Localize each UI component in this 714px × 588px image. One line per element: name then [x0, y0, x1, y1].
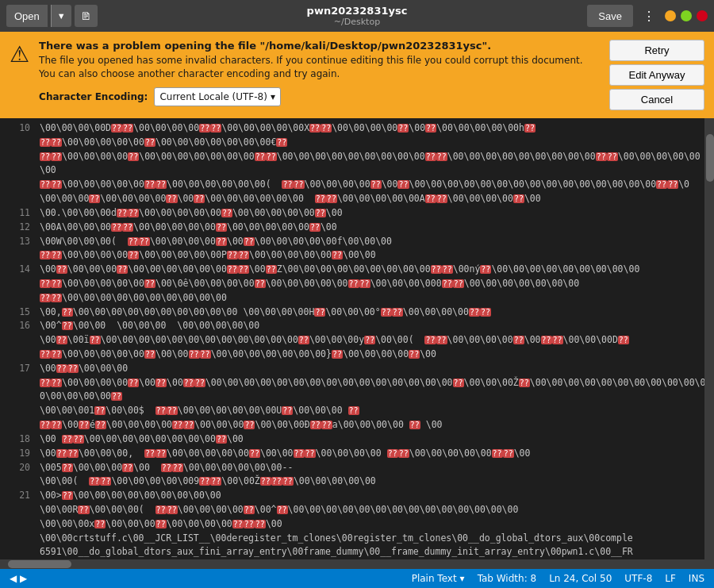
warning-buttons: Retry Edit Anyway Cancel — [609, 40, 704, 110]
invalid-char: ?? — [309, 223, 321, 232]
line-content: 6591\00__do_global_dtors_aux_fini_array_… — [40, 545, 708, 559]
line-number — [6, 503, 30, 517]
line-number: 21 — [6, 489, 30, 503]
invalid-char: ?? — [139, 237, 150, 246]
line-content: ????\00\00\00\00??\00??\00????\00\00\00\… — [40, 376, 708, 405]
line-content: ????\00\00\00\00??\00\00\00\00\00\00\00?… — [40, 150, 708, 179]
invalid-char: ?? — [244, 505, 255, 514]
invalid-char: ?? — [155, 505, 167, 514]
code-line: \00\00\001??\00\00$ ????\00\00\00\00\00\… — [0, 404, 714, 418]
invalid-char: ?? — [100, 477, 111, 486]
invalid-char: ?? — [155, 180, 167, 189]
invalid-char: ?? — [381, 308, 392, 317]
invalid-char: ?? — [326, 194, 337, 203]
invalid-char: ?? — [128, 379, 139, 387]
invalid-char: ?? — [111, 223, 122, 232]
cancel-button[interactable]: Cancel — [609, 89, 704, 110]
invalid-char: ?? — [172, 463, 183, 472]
code-line: 19\00????\00\00\00, ????\00\00\00\00\00?… — [0, 447, 714, 461]
edit-anyway-button[interactable]: Edit Anyway — [609, 64, 704, 86]
invalid-char: ?? — [282, 180, 293, 189]
invalid-char: ?? — [73, 435, 84, 444]
line-content: \005??\00\00\00??\00 ????\00\00\00\00\00… — [40, 461, 708, 475]
maximize-button[interactable] — [681, 10, 692, 21]
invalid-char: ?? — [183, 421, 194, 429]
open-button[interactable]: Open — [6, 5, 48, 27]
line-content: \00\00R??\00\00\00( ????\00\00\00\00??\0… — [40, 503, 708, 517]
line-content: \00 ????\00\00\00\00\00\00\00\00??\00 — [40, 432, 708, 447]
invalid-char: ?? — [398, 449, 409, 458]
invalid-char: ?? — [276, 138, 287, 147]
invalid-char: ?? — [216, 237, 227, 246]
line-number — [6, 545, 30, 559]
invalid-char: ?? — [392, 308, 403, 317]
tab-width-status[interactable]: Tab Width: 8 — [478, 573, 536, 584]
position-status[interactable]: Ln 24, Col 50 — [549, 573, 612, 584]
invalid-char: ?? — [155, 520, 167, 528]
menu-button[interactable]: ⋮ — [638, 7, 660, 25]
status-left-info: ◀ ▶ — [10, 573, 27, 584]
invalid-char: ?? — [40, 180, 51, 189]
invalid-char: ?? — [321, 124, 332, 133]
retry-button[interactable]: Retry — [609, 40, 704, 61]
vertical-scrollbar[interactable] — [704, 118, 714, 569]
code-area[interactable]: 10\00\00\00\00D????\00\00\00\00????\00\0… — [0, 118, 714, 559]
warning-encoding-row: Character Encoding: Current Locale (UTF-… — [39, 87, 600, 106]
invalid-char: ?? — [244, 520, 255, 528]
invalid-char: ?? — [189, 350, 200, 359]
line-content: \00\00crtstuff.c\00__JCR_LIST__\00deregi… — [40, 532, 708, 546]
code-line: 20\005??\00\00\00??\00 ????\00\00\00\00\… — [0, 461, 714, 475]
invalid-char: ?? — [277, 505, 288, 514]
invalid-char: ?? — [161, 463, 172, 472]
invalid-char: ?? — [425, 152, 436, 161]
invalid-char: ?? — [596, 152, 607, 161]
invalid-char: ?? — [238, 265, 249, 274]
invalid-char: ?? — [194, 194, 205, 203]
invalid-char: ?? — [315, 209, 326, 217]
invalid-char: ?? — [94, 406, 106, 415]
encoding-status[interactable]: UTF-8 — [624, 573, 652, 584]
invalid-char: ?? — [167, 406, 178, 415]
open-dropdown-button[interactable]: ▼ — [51, 5, 71, 27]
titlebar-left: Open ▼ 🖹 — [6, 5, 98, 27]
plain-text-status[interactable]: Plain Text ▾ — [412, 573, 465, 584]
invalid-char: ?? — [524, 124, 536, 133]
line-number: 16 — [6, 319, 30, 333]
invalid-char: ?? — [144, 350, 155, 359]
invalid-char: ?? — [155, 449, 167, 458]
invalid-char: ?? — [442, 279, 453, 288]
code-line: \00\00\00x??\00\00\00??\00\00\00\00?????… — [0, 517, 714, 532]
encoding-select[interactable]: Current Locale (UTF-8) ▾ — [154, 87, 281, 106]
code-line: ????\00\00\00\00\00??\00\0ê\00\00\00\00?… — [0, 277, 714, 291]
invalid-char: ?? — [40, 379, 51, 387]
horizontal-scrollbar[interactable] — [0, 559, 714, 569]
minimize-button[interactable] — [665, 10, 676, 21]
save-button[interactable]: Save — [587, 5, 633, 27]
invalid-char: ?? — [210, 477, 221, 486]
invalid-char: ?? — [56, 364, 67, 373]
line-content: \00\00( ????\00\00\00\00\009????\00\00Ž?… — [40, 475, 708, 489]
invalid-char: ?? — [409, 350, 420, 359]
invalid-char: ?? — [111, 392, 122, 401]
invalid-char: ?? — [128, 152, 139, 161]
close-button[interactable] — [697, 10, 708, 21]
invalid-char: ?? — [199, 124, 210, 133]
attach-button[interactable]: 🖹 — [75, 5, 98, 27]
warning-icon: ⚠ — [10, 41, 29, 67]
h-scrollbar-thumb[interactable] — [8, 560, 71, 568]
overwrite-status[interactable]: INS — [689, 573, 704, 584]
line-ending-status[interactable]: LF — [665, 573, 676, 584]
window-title: pwn20232831ysc — [307, 5, 408, 17]
invalid-char: ?? — [227, 265, 238, 274]
status-left: ◀ ▶ — [10, 573, 27, 584]
invalid-char: ?? — [40, 350, 51, 359]
line-content: \00????\00\00\00 — [40, 362, 708, 376]
code-line: ????\00\00\00\00??\00\00\00\00\00\00\00?… — [0, 150, 714, 179]
invalid-char: ?? — [111, 124, 122, 133]
invalid-char: ?? — [200, 350, 211, 359]
invalid-char: ?? — [144, 180, 155, 189]
line-content: \00W\00\00\00( ????\00\00\00\00??\00??\0… — [40, 235, 708, 249]
v-scrollbar-thumb[interactable] — [706, 134, 714, 182]
invalid-char: ?? — [294, 449, 305, 458]
invalid-char: ?? — [425, 194, 436, 203]
